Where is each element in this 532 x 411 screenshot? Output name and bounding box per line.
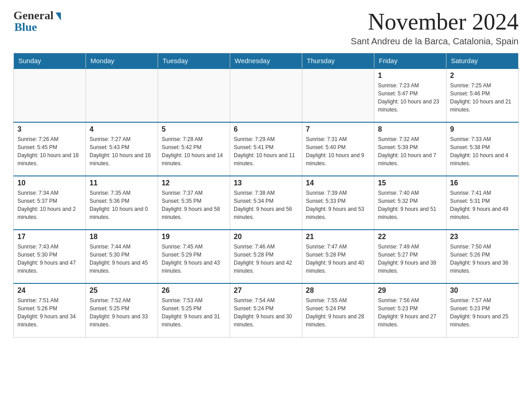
calendar-day-cell <box>302 68 374 122</box>
calendar-day-cell: 24Sunrise: 7:51 AMSunset: 5:26 PMDayligh… <box>14 283 86 337</box>
calendar-week-row: 24Sunrise: 7:51 AMSunset: 5:26 PMDayligh… <box>14 283 519 337</box>
calendar-day-cell: 29Sunrise: 7:56 AMSunset: 5:23 PMDayligh… <box>374 283 446 337</box>
calendar-day-cell: 19Sunrise: 7:45 AMSunset: 5:29 PMDayligh… <box>158 230 230 283</box>
calendar-day-cell: 18Sunrise: 7:44 AMSunset: 5:30 PMDayligh… <box>86 230 158 283</box>
day-info: Sunrise: 7:31 AMSunset: 5:40 PMDaylight:… <box>306 135 370 167</box>
calendar-day-cell: 17Sunrise: 7:43 AMSunset: 5:30 PMDayligh… <box>14 230 86 283</box>
day-number: 15 <box>378 179 442 187</box>
day-number: 27 <box>234 287 298 295</box>
calendar-week-row: 17Sunrise: 7:43 AMSunset: 5:30 PMDayligh… <box>14 230 519 283</box>
day-number: 18 <box>90 233 154 241</box>
day-info: Sunrise: 7:43 AMSunset: 5:30 PMDaylight:… <box>17 243 82 275</box>
day-number: 30 <box>450 287 515 295</box>
calendar-day-cell <box>158 68 230 122</box>
day-info: Sunrise: 7:41 AMSunset: 5:31 PMDaylight:… <box>450 189 515 221</box>
calendar-day-cell: 13Sunrise: 7:38 AMSunset: 5:34 PMDayligh… <box>230 176 302 230</box>
day-number: 29 <box>378 287 442 295</box>
day-info: Sunrise: 7:39 AMSunset: 5:33 PMDaylight:… <box>306 189 370 221</box>
day-info: Sunrise: 7:37 AMSunset: 5:35 PMDaylight:… <box>162 189 226 221</box>
calendar-day-cell: 3Sunrise: 7:26 AMSunset: 5:45 PMDaylight… <box>14 122 86 176</box>
logo-arrow-icon <box>56 13 61 21</box>
weekday-header-cell: Thursday <box>302 53 374 69</box>
day-number: 14 <box>306 179 370 187</box>
calendar-day-cell: 14Sunrise: 7:39 AMSunset: 5:33 PMDayligh… <box>302 176 374 230</box>
calendar-day-cell: 4Sunrise: 7:27 AMSunset: 5:43 PMDaylight… <box>86 122 158 176</box>
day-number: 28 <box>306 287 370 295</box>
day-info: Sunrise: 7:50 AMSunset: 5:26 PMDaylight:… <box>450 243 515 275</box>
day-info: Sunrise: 7:45 AMSunset: 5:29 PMDaylight:… <box>162 243 226 275</box>
weekday-header-cell: Wednesday <box>230 53 302 69</box>
day-number: 11 <box>90 179 154 187</box>
day-info: Sunrise: 7:32 AMSunset: 5:39 PMDaylight:… <box>378 135 442 167</box>
logo-blue-text: Blue <box>13 21 37 34</box>
day-info: Sunrise: 7:35 AMSunset: 5:36 PMDaylight:… <box>90 189 154 221</box>
weekday-header-cell: Sunday <box>14 53 86 69</box>
day-number: 7 <box>306 125 370 133</box>
day-info: Sunrise: 7:34 AMSunset: 5:37 PMDaylight:… <box>17 189 82 221</box>
day-number: 8 <box>378 125 442 133</box>
calendar-day-cell: 9Sunrise: 7:33 AMSunset: 5:38 PMDaylight… <box>446 122 519 176</box>
day-info: Sunrise: 7:52 AMSunset: 5:25 PMDaylight:… <box>90 296 154 329</box>
day-info: Sunrise: 7:46 AMSunset: 5:28 PMDaylight:… <box>234 243 298 275</box>
location-text: Sant Andreu de la Barca, Catalonia, Spai… <box>351 36 519 47</box>
calendar-day-cell: 5Sunrise: 7:28 AMSunset: 5:42 PMDaylight… <box>158 122 230 176</box>
day-number: 1 <box>378 72 442 80</box>
day-number: 2 <box>450 72 515 80</box>
weekday-header-cell: Monday <box>86 53 158 69</box>
calendar-day-cell: 8Sunrise: 7:32 AMSunset: 5:39 PMDaylight… <box>374 122 446 176</box>
day-number: 16 <box>450 179 515 187</box>
day-number: 25 <box>90 287 154 295</box>
calendar-day-cell: 20Sunrise: 7:46 AMSunset: 5:28 PMDayligh… <box>230 230 302 283</box>
calendar-day-cell: 12Sunrise: 7:37 AMSunset: 5:35 PMDayligh… <box>158 176 230 230</box>
calendar-day-cell <box>86 68 158 122</box>
day-info: Sunrise: 7:23 AMSunset: 5:47 PMDaylight:… <box>378 81 442 114</box>
day-number: 24 <box>17 287 82 295</box>
day-number: 9 <box>450 125 515 133</box>
day-number: 21 <box>306 233 370 241</box>
calendar-day-cell: 7Sunrise: 7:31 AMSunset: 5:40 PMDaylight… <box>302 122 374 176</box>
weekday-header-cell: Tuesday <box>158 53 230 69</box>
calendar-day-cell: 6Sunrise: 7:29 AMSunset: 5:41 PMDaylight… <box>230 122 302 176</box>
calendar-table: SundayMondayTuesdayWednesdayThursdayFrid… <box>13 53 519 338</box>
day-number: 10 <box>17 179 82 187</box>
title-section: November 2024 Sant Andreu de la Barca, C… <box>351 9 519 47</box>
calendar-day-cell: 25Sunrise: 7:52 AMSunset: 5:25 PMDayligh… <box>86 283 158 337</box>
day-number: 5 <box>162 125 226 133</box>
day-info: Sunrise: 7:51 AMSunset: 5:26 PMDaylight:… <box>17 296 82 329</box>
day-number: 6 <box>234 125 298 133</box>
calendar-day-cell: 22Sunrise: 7:49 AMSunset: 5:27 PMDayligh… <box>374 230 446 283</box>
day-info: Sunrise: 7:53 AMSunset: 5:25 PMDaylight:… <box>162 296 226 329</box>
page-header: General Blue November 2024 Sant Andreu d… <box>13 9 519 47</box>
day-number: 4 <box>90 125 154 133</box>
day-info: Sunrise: 7:27 AMSunset: 5:43 PMDaylight:… <box>90 135 154 167</box>
calendar-day-cell: 2Sunrise: 7:25 AMSunset: 5:46 PMDaylight… <box>446 68 519 122</box>
day-number: 20 <box>234 233 298 241</box>
calendar-body: 1Sunrise: 7:23 AMSunset: 5:47 PMDaylight… <box>14 68 519 337</box>
calendar-day-cell: 21Sunrise: 7:47 AMSunset: 5:28 PMDayligh… <box>302 230 374 283</box>
calendar-day-cell: 11Sunrise: 7:35 AMSunset: 5:36 PMDayligh… <box>86 176 158 230</box>
day-number: 12 <box>162 179 226 187</box>
calendar-week-row: 3Sunrise: 7:26 AMSunset: 5:45 PMDaylight… <box>14 122 519 176</box>
calendar-day-cell: 26Sunrise: 7:53 AMSunset: 5:25 PMDayligh… <box>158 283 230 337</box>
day-number: 26 <box>162 287 226 295</box>
weekday-header-cell: Friday <box>374 53 446 69</box>
day-info: Sunrise: 7:44 AMSunset: 5:30 PMDaylight:… <box>90 243 154 275</box>
day-info: Sunrise: 7:38 AMSunset: 5:34 PMDaylight:… <box>234 189 298 221</box>
day-number: 19 <box>162 233 226 241</box>
calendar-week-row: 10Sunrise: 7:34 AMSunset: 5:37 PMDayligh… <box>14 176 519 230</box>
day-info: Sunrise: 7:29 AMSunset: 5:41 PMDaylight:… <box>234 135 298 167</box>
day-info: Sunrise: 7:25 AMSunset: 5:46 PMDaylight:… <box>450 81 515 114</box>
day-number: 13 <box>234 179 298 187</box>
day-info: Sunrise: 7:56 AMSunset: 5:23 PMDaylight:… <box>378 296 442 329</box>
calendar-week-row: 1Sunrise: 7:23 AMSunset: 5:47 PMDaylight… <box>14 68 519 122</box>
calendar-day-cell: 10Sunrise: 7:34 AMSunset: 5:37 PMDayligh… <box>14 176 86 230</box>
calendar-day-cell: 1Sunrise: 7:23 AMSunset: 5:47 PMDaylight… <box>374 68 446 122</box>
day-info: Sunrise: 7:57 AMSunset: 5:23 PMDaylight:… <box>450 296 515 329</box>
calendar-day-cell: 23Sunrise: 7:50 AMSunset: 5:26 PMDayligh… <box>446 230 519 283</box>
month-title: November 2024 <box>351 9 519 34</box>
day-info: Sunrise: 7:47 AMSunset: 5:28 PMDaylight:… <box>306 243 370 275</box>
day-number: 3 <box>17 125 82 133</box>
day-number: 23 <box>450 233 515 241</box>
calendar-day-cell: 28Sunrise: 7:55 AMSunset: 5:24 PMDayligh… <box>302 283 374 337</box>
day-info: Sunrise: 7:49 AMSunset: 5:27 PMDaylight:… <box>378 243 442 275</box>
